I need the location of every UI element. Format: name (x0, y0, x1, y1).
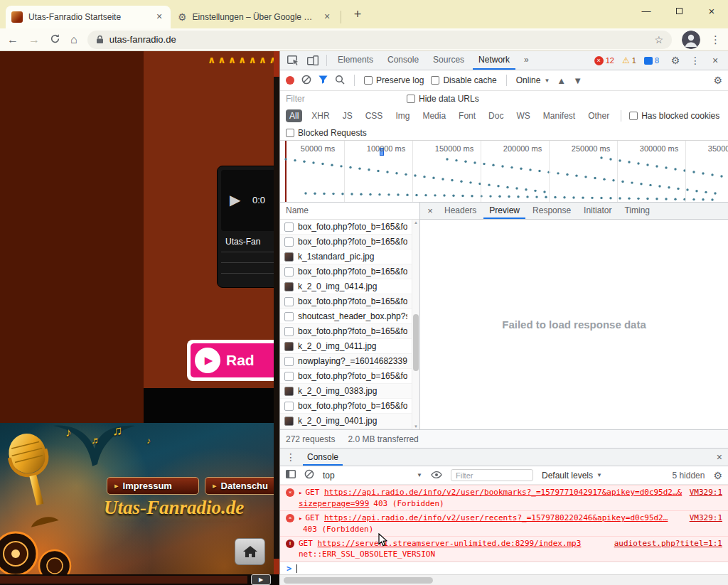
tab-sources[interactable]: Sources (427, 51, 470, 70)
type-filter-media[interactable]: Media (419, 109, 449, 122)
type-filter-font[interactable]: Font (455, 109, 479, 122)
tab-elements[interactable]: Elements (332, 51, 379, 70)
profile-avatar[interactable] (682, 31, 700, 49)
detail-tab-headers[interactable]: Headers (439, 203, 482, 219)
timeline-overview[interactable]: 50000 ms100000 ms150000 ms200000 ms25000… (280, 141, 728, 203)
network-filter-input[interactable] (286, 94, 392, 104)
type-filter-doc[interactable]: Doc (485, 109, 507, 122)
type-filter-css[interactable]: CSS (362, 109, 387, 122)
import-har-button[interactable]: ▲ (557, 75, 566, 86)
play-icon[interactable]: ▶ (230, 191, 240, 208)
table-row[interactable]: box_foto.php?foto_b=165&fo (280, 220, 412, 235)
type-filter-other[interactable]: Other (584, 109, 613, 122)
tab-close-icon[interactable]: × (154, 11, 165, 23)
network-settings-gear-icon[interactable]: ⚙ (713, 75, 722, 86)
tab-utas-fanradio[interactable]: Utas-Fanradio Startseite × (6, 6, 171, 28)
type-filter-all[interactable]: All (286, 109, 302, 122)
console-source-link[interactable]: audiotest.php?titel=1:1 (614, 538, 722, 549)
disable-cache-checkbox[interactable]: Disable cache (431, 75, 496, 85)
datenschutz-button[interactable]: ▸ Datenschu (205, 477, 274, 495)
back-button[interactable]: ← (7, 34, 18, 45)
search-button[interactable] (335, 75, 345, 87)
browser-menu-icon[interactable]: ⋮ (710, 33, 721, 46)
tab-settings[interactable]: ⚙ Einstellungen – Über Google Chr × (172, 6, 338, 28)
log-levels-dropdown[interactable]: Default levels ▼ (542, 471, 602, 481)
drawer-menu-icon[interactable]: ⋮ (286, 451, 296, 463)
devtools-settings-gear-icon[interactable]: ⚙ (667, 53, 684, 68)
has-blocked-cookies-checkbox[interactable]: Has blocked cookies (629, 111, 719, 121)
page-horizontal-scrollbar[interactable]: ▶ (0, 574, 279, 585)
table-row[interactable]: k_2_0_img_0401.jpg (280, 414, 412, 429)
table-row[interactable]: nowplaying?_=160146823392 (280, 354, 412, 369)
bookmark-star-icon[interactable]: ☆ (654, 34, 663, 45)
table-row[interactable]: k_1standard_pic.jpg (280, 249, 412, 264)
radio-de-logo-box[interactable]: ▶ Rad (187, 340, 274, 381)
scroll-right-button[interactable]: ▶ (251, 574, 271, 585)
type-filter-ws[interactable]: WS (513, 109, 533, 122)
console-sidebar-toggle-icon[interactable] (286, 470, 296, 481)
table-row[interactable]: k_2_0_img_0414.jpg (280, 279, 412, 294)
scrollbar-bottom-cap[interactable] (274, 559, 279, 574)
table-row[interactable]: box_foto.php?foto_b=165&fo (280, 235, 412, 249)
devtools-menu-icon[interactable]: ⋮ (687, 53, 704, 68)
execution-context-dropdown[interactable]: top ▼ (323, 471, 422, 481)
console-source-link[interactable]: VM329:1 (690, 487, 722, 498)
close-window-button[interactable]: × (695, 0, 728, 24)
record-button[interactable] (286, 76, 294, 85)
console-horizontal-scrollbar[interactable] (279, 574, 728, 585)
filter-toggle-button[interactable] (318, 75, 328, 86)
type-filter-img[interactable]: Img (392, 109, 413, 122)
console-source-link[interactable]: VM329:1 (690, 512, 722, 523)
inspect-element-icon[interactable] (284, 53, 301, 68)
new-tab-button[interactable]: + (350, 7, 365, 22)
throttling-dropdown[interactable]: Online ▼ (516, 75, 550, 85)
table-row[interactable]: shoutcast_header_box.php?se (280, 309, 412, 324)
clear-console-button[interactable] (304, 469, 314, 481)
scrollbar-top-cap[interactable] (274, 51, 279, 77)
device-toolbar-icon[interactable] (304, 53, 321, 68)
detail-tab-initiator[interactable]: Initiator (578, 203, 617, 219)
issues-badge[interactable]: 8 (644, 56, 659, 65)
type-filter-manifest[interactable]: Manifest (540, 109, 579, 122)
blocked-requests-checkbox[interactable]: Blocked Requests (286, 128, 367, 138)
scrollbar-thumb[interactable] (0, 576, 247, 584)
detail-tab-preview[interactable]: Preview (483, 203, 525, 219)
error-url-link[interactable]: https://api.radio.de/info/v2/user/recent… (324, 513, 668, 522)
table-row[interactable]: box_foto.php?foto_b=165&fo (280, 294, 412, 309)
export-har-button[interactable]: ▼ (573, 75, 582, 86)
console-drawer-tab[interactable]: Console (303, 449, 343, 466)
error-url-link[interactable]: https://api.radio.de/info/v2/user/bookma… (299, 488, 682, 508)
tab-network[interactable]: Network (473, 51, 515, 70)
address-bar[interactable]: utas-fanradio.de ☆ (87, 31, 672, 49)
detail-tab-timing[interactable]: Timing (619, 203, 655, 219)
scroll-to-top-button[interactable] (235, 538, 265, 565)
scroll-down-icon[interactable]: ▼ (412, 424, 419, 429)
close-detail-icon[interactable]: × (423, 205, 437, 216)
console-settings-gear-icon[interactable]: ⚙ (713, 470, 722, 481)
minimize-button[interactable]: — (630, 0, 663, 24)
table-row[interactable]: box_foto.php?foto_b=165&fo (280, 324, 412, 339)
reload-button[interactable] (50, 33, 60, 46)
forward-button[interactable]: → (28, 34, 40, 45)
page-vertical-scrollbar[interactable] (274, 51, 279, 574)
console-filter-input[interactable] (451, 469, 533, 481)
audio-player-widget[interactable]: ▶ 0:0 Utas-Fan (217, 166, 274, 288)
table-row[interactable]: box_foto.php?foto_b=165&fo (280, 264, 412, 279)
type-filter-xhr[interactable]: XHR (308, 109, 333, 122)
tab-close-icon[interactable]: × (321, 11, 333, 23)
table-row[interactable]: box_foto.php?foto_b=165&fo (280, 369, 412, 384)
home-button[interactable]: ⌂ (70, 34, 77, 45)
close-drawer-icon[interactable]: × (717, 451, 722, 463)
table-row[interactable]: box_foto.php?foto_b=165&fo (280, 399, 412, 414)
warning-badge[interactable]: ⚠ 1 (622, 55, 636, 65)
devtools-close-icon[interactable]: × (707, 53, 724, 68)
error-badge[interactable]: × 12 (594, 56, 614, 65)
request-list-scrollbar[interactable]: ▲ ▼ (412, 220, 419, 429)
scroll-up-icon[interactable]: ▲ (412, 220, 419, 225)
expand-arrow-icon[interactable]: ▸ (299, 489, 302, 496)
table-row[interactable]: k_2_0_img_0411.jpg (280, 339, 412, 354)
table-row[interactable]: k_2_0_img_0383.jpg (280, 384, 412, 399)
scrollbar-thumb[interactable] (413, 314, 419, 371)
more-tabs-chevron[interactable]: » (518, 51, 535, 70)
type-filter-js[interactable]: JS (339, 109, 356, 122)
